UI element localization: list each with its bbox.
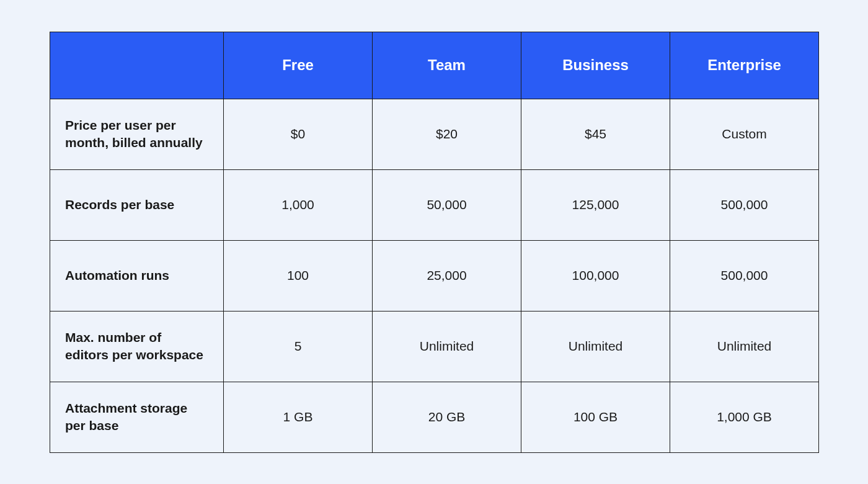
table-row: Attachment storage per base 1 GB 20 GB 1… (50, 382, 819, 452)
plan-header-business: Business (521, 32, 670, 99)
feature-label-storage: Attachment storage per base (50, 382, 224, 452)
plan-header-enterprise: Enterprise (670, 32, 819, 99)
feature-label-records: Records per base (50, 169, 224, 240)
feature-label-automation: Automation runs (50, 240, 224, 311)
feature-label-price: Price per user per month, billed annuall… (50, 99, 224, 169)
cell-records-enterprise: 500,000 (670, 169, 819, 240)
plan-header-free: Free (224, 32, 373, 99)
cell-records-team: 50,000 (373, 169, 521, 240)
cell-editors-business: Unlimited (521, 311, 670, 382)
cell-price-team: $20 (373, 99, 521, 169)
table-row: Records per base 1,000 50,000 125,000 50… (50, 169, 819, 240)
cell-price-free: $0 (224, 99, 373, 169)
cell-price-business: $45 (521, 99, 670, 169)
cell-storage-team: 20 GB (373, 382, 521, 452)
cell-editors-team: Unlimited (373, 311, 521, 382)
cell-records-free: 1,000 (224, 169, 373, 240)
feature-label-editors: Max. number of editors per workspace (50, 311, 224, 382)
table-row: Price per user per month, billed annuall… (50, 99, 819, 169)
cell-storage-business: 100 GB (521, 382, 670, 452)
cell-automation-team: 25,000 (373, 240, 521, 311)
cell-records-business: 125,000 (521, 169, 670, 240)
cell-automation-business: 100,000 (521, 240, 670, 311)
cell-editors-enterprise: Unlimited (670, 311, 819, 382)
header-row: Free Team Business Enterprise (50, 32, 819, 99)
header-empty-corner (50, 32, 224, 99)
cell-storage-free: 1 GB (224, 382, 373, 452)
table-row: Automation runs 100 25,000 100,000 500,0… (50, 240, 819, 311)
table-row: Max. number of editors per workspace 5 U… (50, 311, 819, 382)
cell-price-enterprise: Custom (670, 99, 819, 169)
cell-automation-free: 100 (224, 240, 373, 311)
plan-header-team: Team (373, 32, 521, 99)
cell-editors-free: 5 (224, 311, 373, 382)
pricing-table: Free Team Business Enterprise Price per … (50, 32, 819, 453)
cell-automation-enterprise: 500,000 (670, 240, 819, 311)
pricing-table-container: Free Team Business Enterprise Price per … (50, 32, 818, 453)
cell-storage-enterprise: 1,000 GB (670, 382, 819, 452)
